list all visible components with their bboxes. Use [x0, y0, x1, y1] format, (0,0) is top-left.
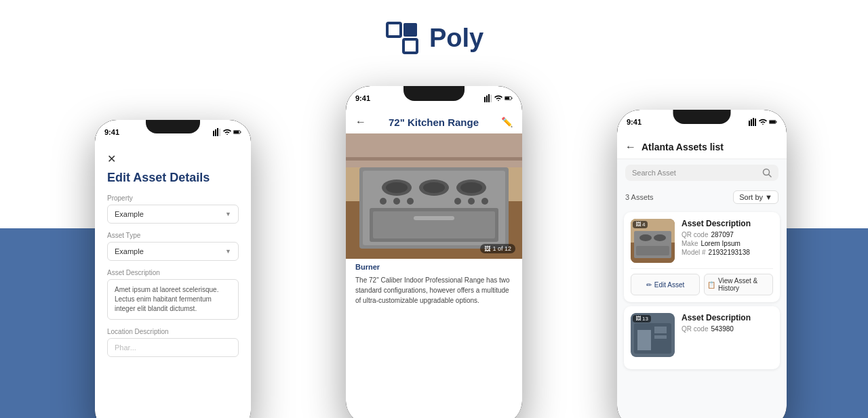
image-counter: 🖼 1 of 12 [480, 244, 515, 253]
svg-rect-10 [484, 97, 486, 102]
asset-make-row: Make Lorem Ipsum [682, 240, 773, 247]
edit-asset-button[interactable]: ✏ Edit Asset [631, 274, 700, 295]
svg-point-50 [639, 234, 652, 241]
badge-count-1: 4 [642, 222, 645, 228]
asset-badge-1: 🖼 4 [633, 221, 648, 228]
svg-line-46 [769, 175, 772, 177]
qr-label-2: QR code [682, 325, 708, 333]
assets-header: 3 Assets Sort by ▼ [617, 186, 787, 208]
svg-rect-43 [776, 121, 777, 123]
right-status-time: 9:41 [627, 118, 642, 126]
property-label: Property [107, 194, 239, 202]
asset-type-input[interactable]: Example ▼ [107, 242, 239, 261]
edit-label: Edit Asset [654, 281, 684, 289]
chevron-down-icon: ▼ [225, 211, 231, 217]
asset-card-1: 🖼 4 Asset Description QR code 287097 Mak… [624, 212, 780, 302]
svg-point-35 [481, 198, 488, 205]
svg-point-51 [654, 234, 666, 241]
asset-qr-row: QR code 287097 [682, 231, 773, 238]
close-button[interactable]: ✕ [107, 152, 239, 165]
svg-rect-2 [403, 23, 417, 37]
asset-tag: Burner [346, 259, 389, 275]
logo-container: Poly [384, 20, 484, 56]
svg-rect-15 [512, 98, 513, 99]
svg-point-34 [468, 198, 475, 205]
svg-point-26 [460, 182, 482, 193]
sort-chevron-icon: ▼ [765, 193, 772, 201]
svg-rect-44 [770, 121, 776, 123]
svg-rect-13 [490, 95, 492, 102]
image-icon-1: 🖼 [635, 222, 641, 228]
pencil-icon: ✏ [646, 281, 652, 289]
svg-rect-5 [217, 128, 218, 136]
qr-label: QR code [682, 231, 708, 238]
asset-title: 72" Kitchen Range [389, 117, 479, 128]
property-input[interactable]: Example ▼ [107, 205, 239, 224]
app-name: Poly [429, 24, 484, 53]
svg-rect-4 [215, 129, 216, 136]
svg-rect-8 [241, 131, 241, 133]
notch [146, 120, 200, 133]
asset-nav-bar: ← 72" Kitchen Range ✏️ [346, 110, 522, 133]
svg-rect-57 [654, 335, 667, 339]
sort-by-button[interactable]: Sort by ▼ [733, 190, 778, 204]
status-time: 9:41 [104, 128, 119, 136]
center-notch [403, 86, 465, 101]
search-icon [762, 168, 772, 177]
svg-point-22 [386, 182, 408, 193]
asset-card-top: 🖼 4 Asset Description QR code 287097 Mak… [631, 219, 773, 263]
asset-qr-row-2: QR code 543980 [682, 325, 773, 333]
center-status-time: 9:41 [355, 94, 370, 102]
center-phone-screen: 9:41 ← 72" Kitchen Range ✏️ [346, 86, 522, 418]
chevron-down-icon2: ▼ [225, 248, 231, 255]
asset-model-row: Model # 21932193138 [682, 249, 773, 256]
asset-info-1: Asset Description QR code 287097 Make Lo… [682, 219, 773, 263]
svg-rect-52 [636, 246, 669, 255]
svg-point-30 [380, 198, 387, 205]
svg-rect-29 [414, 216, 454, 220]
search-placeholder: Search Asset [632, 169, 758, 177]
asset-description-value: Amet ipsum at laoreet scelerisque. Lectu… [115, 286, 218, 312]
asset-type-label: Asset Type [107, 232, 239, 239]
svg-rect-1 [403, 39, 417, 53]
svg-rect-9 [234, 131, 239, 133]
search-bar[interactable]: Search Asset [625, 165, 778, 181]
asset-title-1: Asset Description [682, 219, 773, 228]
list-nav-bar: ← Atlanta Assets list [617, 135, 787, 159]
edit-pencil-icon[interactable]: ✏️ [501, 117, 513, 127]
svg-rect-41 [755, 119, 756, 126]
edit-asset-title: Edit Asset Details [107, 171, 239, 185]
model-label: Model # [682, 249, 706, 256]
asset-card-2: 🖼 13 Asset Description QR code 543980 [624, 306, 780, 369]
asset-card-2-top: 🖼 13 Asset Description QR code 543980 [631, 313, 773, 357]
svg-point-24 [423, 182, 445, 193]
history-icon: 📋 [707, 281, 715, 289]
image-count: 1 of 12 [492, 245, 511, 252]
svg-point-33 [454, 198, 461, 205]
asset-thumbnail-1: 🖼 4 [631, 219, 675, 263]
qr-value: 287097 [711, 231, 733, 238]
svg-rect-38 [749, 121, 750, 126]
view-asset-button[interactable]: 📋 View Asset & History [704, 274, 773, 295]
assets-count: 3 Assets [625, 193, 654, 201]
asset-description-input[interactable]: Amet ipsum at laoreet scelerisque. Lectu… [107, 279, 239, 320]
list-back-arrow[interactable]: ← [625, 141, 636, 153]
asset-badge-2: 🖼 13 [633, 315, 651, 322]
image-icon: 🖼 [484, 245, 490, 252]
right-screen-content: ← Atlanta Assets list Search Asset 3 Ass… [617, 135, 787, 418]
svg-rect-12 [488, 94, 490, 102]
back-arrow-icon[interactable]: ← [355, 116, 366, 128]
location-description-input[interactable]: Phar... [107, 338, 239, 357]
left-screen-content: ✕ Edit Asset Details Property Example ▼ … [95, 146, 251, 418]
qr-value-2: 543980 [711, 325, 733, 333]
svg-rect-39 [751, 119, 752, 126]
location-placeholder: Phar... [115, 343, 136, 352]
location-description-label: Location Description [107, 328, 239, 335]
center-screen-content: ← 72" Kitchen Range ✏️ [346, 110, 522, 418]
status-icons [213, 128, 241, 136]
asset-description: The 72" Caliber Indoor Professional Rang… [346, 275, 522, 306]
phone-center: 9:41 ← 72" Kitchen Range ✏️ [346, 86, 522, 418]
header: Poly [0, 0, 868, 56]
right-notch [673, 110, 731, 124]
svg-rect-16 [505, 97, 510, 100]
